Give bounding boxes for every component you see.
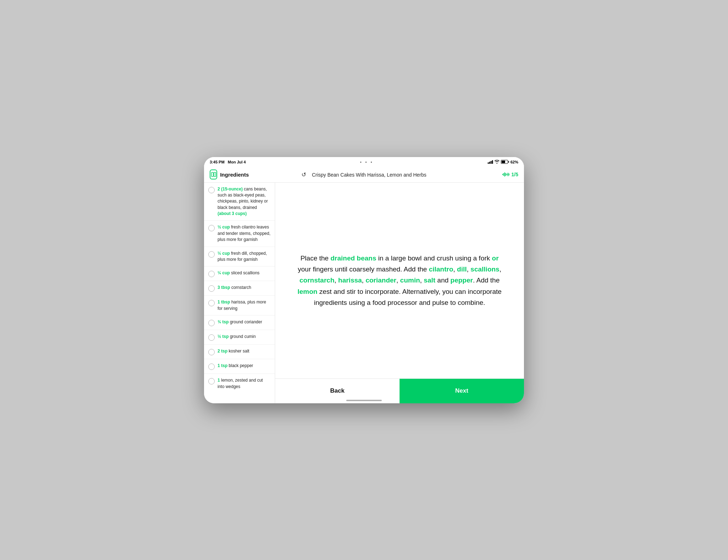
ingredient-text: 2 (15-ounce) cans beans, such as black-e… — [218, 186, 271, 217]
ingredient-text: ½ tsp ground cumin — [218, 334, 256, 340]
ingredient-item[interactable]: ¼ cup fresh dill, chopped, plus more for… — [204, 247, 275, 267]
next-button[interactable]: Next — [400, 379, 524, 403]
ingredient-text: 1 tbsp harissa, plus more for serving — [218, 299, 271, 312]
ingredient-text: 3 tbsp cornstarch — [218, 285, 251, 291]
recipe-area: Place the drained beans in a large bowl … — [275, 183, 524, 403]
ingredient-checkbox[interactable] — [208, 378, 215, 384]
ingredient-checkbox[interactable] — [208, 285, 215, 292]
ingredient-item[interactable]: ½ cup fresh cilantro leaves and tender s… — [204, 221, 275, 247]
recipe-content: Place the drained beans in a large bowl … — [275, 183, 524, 378]
svg-rect-0 — [212, 172, 213, 177]
sidebar-title: Ingredients — [220, 172, 249, 178]
bottom-navigation: Back Next — [275, 378, 524, 403]
progress-indicator: 1/5 — [512, 172, 518, 177]
svg-rect-6 — [507, 174, 507, 175]
ingredient-item[interactable]: 2 tsp kosher salt — [204, 345, 275, 359]
ingredient-checkbox[interactable] — [208, 300, 215, 306]
status-bar: 3:45 PM Mon Jul 4 • • • — [204, 157, 524, 167]
ingredient-item[interactable]: 1 tbsp harissa, plus more for serving — [204, 296, 275, 316]
main-content: 2 (15-ounce) cans beans, such as black-e… — [204, 183, 524, 403]
device-frame: 3:45 PM Mon Jul 4 • • • — [204, 157, 524, 403]
header-bar: Ingredients ↺ Crispy Bean Cakes With Har… — [204, 167, 524, 183]
home-indicator — [346, 400, 382, 401]
svg-rect-3 — [503, 173, 504, 176]
ingredient-checkbox[interactable] — [208, 364, 215, 370]
ingredient-checkbox[interactable] — [208, 349, 215, 355]
ingredients-sidebar: 2 (15-ounce) cans beans, such as black-e… — [204, 183, 275, 403]
ingredient-text: ½ cup fresh cilantro leaves and tender s… — [218, 224, 271, 243]
status-center: • • • — [360, 160, 374, 164]
ingredient-item[interactable]: 1 tsp black pepper — [204, 359, 275, 374]
ingredient-text: ¼ cup sliced scallions — [218, 270, 259, 276]
ingredient-checkbox[interactable] — [208, 334, 215, 341]
ingredient-checkbox[interactable] — [208, 271, 215, 277]
recipe-step-text: Place the drained beans in a large bowl … — [296, 253, 503, 308]
battery-percent: 62% — [510, 160, 518, 164]
header-recipe-title: ↺ Crispy Bean Cakes With Harissa, Lemon … — [249, 171, 479, 178]
battery-icon — [501, 160, 509, 164]
signal-icon — [488, 160, 493, 164]
svg-rect-1 — [214, 172, 216, 177]
status-right: 62% — [488, 160, 518, 164]
status-time: 3:45 PM — [210, 160, 225, 164]
svg-rect-4 — [504, 172, 505, 177]
ingredient-checkbox[interactable] — [208, 187, 215, 193]
ingredient-checkbox[interactable] — [208, 225, 215, 231]
svg-rect-8 — [509, 173, 509, 176]
ingredient-item[interactable]: ¾ tsp ground coriander — [204, 316, 275, 330]
timer-icon[interactable]: ↺ — [301, 172, 306, 178]
ingredient-item[interactable]: ¼ cup sliced scallions — [204, 266, 275, 281]
ingredient-checkbox[interactable] — [208, 251, 215, 258]
ingredient-item[interactable]: ½ tsp ground cumin — [204, 330, 275, 345]
ingredients-icon — [210, 169, 217, 179]
ingredient-item[interactable]: 1 lemon, zested and cut into wedges — [204, 374, 275, 393]
ingredient-text: ¾ tsp ground coriander — [218, 319, 262, 325]
ingredient-text: 2 tsp kosher salt — [218, 348, 249, 354]
header-right: 1/5 — [479, 172, 518, 177]
wifi-icon — [494, 160, 499, 164]
status-date: Mon Jul 4 — [228, 160, 246, 164]
svg-rect-7 — [508, 173, 508, 176]
waveform-icon — [502, 172, 509, 177]
ingredient-item[interactable]: 2 (15-ounce) cans beans, such as black-e… — [204, 183, 275, 221]
status-time-date: 3:45 PM Mon Jul 4 — [210, 160, 246, 164]
svg-rect-5 — [505, 173, 506, 176]
ingredient-text: 1 lemon, zested and cut into wedges — [218, 377, 271, 390]
svg-rect-2 — [502, 174, 503, 175]
ingredient-text: ¼ cup fresh dill, chopped, plus more for… — [218, 251, 271, 263]
header-left: Ingredients — [210, 169, 249, 179]
ingredient-checkbox[interactable] — [208, 320, 215, 326]
ingredient-text: 1 tsp black pepper — [218, 363, 253, 369]
ingredient-item[interactable]: 3 tbsp cornstarch — [204, 281, 275, 296]
